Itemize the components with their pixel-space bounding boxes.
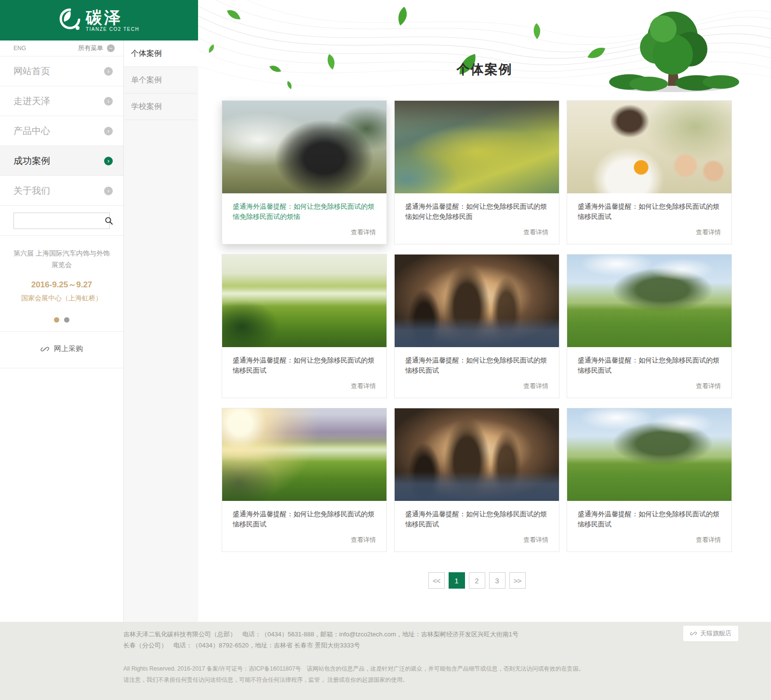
search-button[interactable] — [105, 213, 113, 229]
card-image-boy-in-field — [222, 101, 386, 193]
card-title-link[interactable]: 盛通海外温馨提醒：如何让您免除移民面试的烦恼移民面试 — [578, 355, 721, 376]
submenu-label: 学校案例 — [131, 102, 162, 112]
view-details-link[interactable]: 查看详情 — [578, 228, 721, 237]
pagination: << 1 2 3 >> — [222, 572, 732, 589]
nav-label: 成功案例 — [13, 155, 50, 167]
card-title-link[interactable]: 盛通海外温馨提醒：如何让您免除移民面试的烦恼如何让您免除移民面 — [405, 202, 548, 222]
submenu-item-individual-cases[interactable]: 个体案例 — [124, 40, 198, 67]
event-venue: 国家会展中心（上海虹桥） — [7, 294, 117, 303]
submenu-label: 个体案例 — [131, 49, 162, 59]
pagination-page-2[interactable]: 2 — [469, 572, 485, 589]
chevron-right-icon: › — [104, 157, 113, 165]
tmall-store-label: 天猫旗舰店 — [700, 629, 731, 638]
chevron-right-icon: › — [104, 187, 113, 195]
view-details-link[interactable]: 查看详情 — [405, 536, 548, 544]
card-title-link[interactable]: 盛通海外温馨提醒：如何让您免除移民面试的烦恼移民面试 — [405, 509, 548, 529]
view-details-link[interactable]: 查看详情 — [405, 228, 548, 237]
event-carousel: 第六届 上海国际汽车内饰与外饰 展览会 2016-9.25～9.27 国家会展中… — [0, 236, 123, 332]
submenu-item-school-cases[interactable]: 学校案例 — [124, 94, 198, 120]
brand-tagline: TIANZE CO2 TECH — [86, 27, 139, 32]
nav-label: 产品中心 — [13, 125, 50, 137]
topbar-row: ENG 所有菜单 − — [0, 40, 123, 56]
card-title-link[interactable]: 盛通海外温馨提醒：如何让您免除移民面试的烦恼移民面试 — [233, 509, 376, 529]
view-details-link[interactable]: 查看详情 — [578, 536, 721, 544]
pagination-page-1[interactable]: 1 — [449, 572, 465, 589]
view-details-link[interactable]: 查看详情 — [405, 382, 548, 390]
case-card[interactable]: 盛通海外温馨提醒：如何让您免除移民面试的烦恼移民面试 查看详情 — [394, 408, 559, 552]
view-details-link[interactable]: 查看详情 — [233, 536, 376, 544]
case-card[interactable]: 盛通海外温馨提醒：如何让您免除移民面试的烦恼如何让您免除移民面 查看详情 — [394, 100, 559, 244]
footer-company-info-line1: 吉林天泽二氧化碳科技有限公司（总部） 电话：（0434）5631-888，邮箱：… — [123, 629, 653, 640]
chevron-right-icon: › — [104, 97, 113, 106]
event-title-line2: 展览会 — [7, 259, 117, 270]
search-input[interactable] — [14, 214, 105, 228]
carousel-dot-active[interactable] — [54, 317, 59, 323]
case-card[interactable]: 盛通海外温馨提醒：如何让您免除移民面试的烦恼移民面试 查看详情 — [222, 254, 387, 398]
pagination-next-button[interactable]: >> — [509, 572, 526, 589]
link-chain-icon — [40, 345, 49, 353]
submenu-item-single-cases[interactable]: 单个案例 — [124, 67, 198, 94]
event-date: 2016-9.25～9.27 — [7, 279, 117, 290]
carousel-dot[interactable] — [64, 317, 69, 323]
pagination-page-3[interactable]: 3 — [489, 572, 505, 589]
view-details-link[interactable]: 查看详情 — [233, 228, 376, 237]
footer-legal-line2: 请注意，我们不承担任何责任访问这些信息，可能不符合任何法律程序，监管， 注册或在… — [123, 674, 653, 686]
card-title-link[interactable]: 盛通海外温馨提醒：如何让您免除移民面试的烦恼移民面试 — [578, 509, 721, 529]
case-card[interactable]: 盛通海外温馨提醒：如何让您免除移民面试的烦恼免除移民面试的烦恼 查看详情 — [222, 100, 387, 244]
case-card[interactable]: 盛通海外温馨提醒：如何让您免除移民面试的烦恼移民面试 查看详情 — [222, 408, 387, 552]
leaf-logo-icon — [59, 8, 81, 32]
card-title-link[interactable]: 盛通海外温馨提醒：如何让您免除移民面试的烦恼免除移民面试的烦恼 — [233, 202, 376, 222]
sidebar-item-about-us[interactable]: 关于我们 › — [0, 176, 123, 206]
main-content: 个体案例 盛通海外温馨提醒：如何让您免除移民面试的烦恼免除移民面试的烦恼 查看详… — [198, 0, 771, 622]
collapse-menu-icon[interactable]: − — [107, 44, 115, 52]
banner-decoration — [198, 0, 771, 100]
tmall-store-button[interactable]: 天猫旗舰店 — [683, 626, 738, 641]
card-image-green-hills — [222, 255, 386, 347]
case-card-grid: 盛通海外温馨提醒：如何让您免除移民面试的烦恼免除移民面试的烦恼 查看详情 盛通海… — [222, 100, 732, 552]
card-image-terraced-fields — [395, 101, 559, 193]
online-purchase-label: 网上采购 — [54, 344, 83, 353]
card-image-mountain-lake — [567, 255, 731, 347]
view-details-link[interactable]: 查看详情 — [233, 382, 376, 390]
nav-label: 网站首页 — [13, 65, 50, 78]
sidebar-item-about-tianze[interactable]: 走进天泽 › — [0, 86, 123, 116]
online-purchase-link[interactable]: 网上采购 — [0, 332, 123, 368]
sidebar-item-home[interactable]: 网站首页 › — [0, 56, 123, 86]
sidebar: ENG 所有菜单 − 网站首页 › 走进天泽 › 产品中心 › 成功案例 › 关… — [0, 40, 123, 368]
sidebar-item-products[interactable]: 产品中心 › — [0, 116, 123, 146]
footer-legal-line1: All Rights Reserved. 2016-2017 备案/许可证号：吉… — [123, 663, 653, 674]
card-title-link[interactable]: 盛通海外温馨提醒：如何让您免除移民面试的烦恼移民面试 — [233, 355, 376, 376]
card-image-chess-pieces — [395, 255, 559, 347]
card-image-family-with-juice — [567, 101, 731, 193]
event-title-line1: 第六届 上海国际汽车内饰与外饰 — [7, 247, 117, 259]
search-icon — [105, 216, 113, 225]
lang-switch-link[interactable]: ENG — [13, 45, 26, 52]
card-title-link[interactable]: 盛通海外温馨提醒：如何让您免除移民面试的烦恼移民面试 — [578, 202, 721, 222]
banner: 个体案例 — [198, 0, 771, 100]
card-image-sunrise-hills — [222, 408, 386, 501]
all-menu-label[interactable]: 所有菜单 — [78, 44, 103, 53]
page-title: 个体案例 — [198, 61, 771, 78]
case-card[interactable]: 盛通海外温馨提醒：如何让您免除移民面试的烦恼移民面试 查看详情 — [567, 408, 732, 552]
submenu-column: 个体案例 单个案例 学校案例 — [123, 40, 198, 622]
card-title-link[interactable]: 盛通海外温馨提醒：如何让您免除移民面试的烦恼移民面试 — [405, 355, 548, 376]
link-chain-icon — [690, 630, 697, 637]
footer-company-info-line2: 长春（分公司） 电话：（0434）8792-6520，地址：吉林省 长春市 景阳… — [123, 640, 653, 651]
brand-name: 碳泽 — [86, 9, 139, 26]
pagination-prev-button[interactable]: << — [428, 572, 445, 589]
case-card[interactable]: 盛通海外温馨提醒：如何让您免除移民面试的烦恼移民面试 查看详情 — [567, 100, 732, 244]
footer: 吉林天泽二氧化碳科技有限公司（总部） 电话：（0434）5631-888，邮箱：… — [0, 622, 771, 700]
chevron-right-icon: › — [104, 127, 113, 135]
case-card[interactable]: 盛通海外温馨提醒：如何让您免除移民面试的烦恼移民面试 查看详情 — [394, 254, 559, 398]
chevron-right-icon: › — [104, 67, 113, 76]
sidebar-item-success-cases[interactable]: 成功案例 › — [0, 146, 123, 176]
case-card[interactable]: 盛通海外温馨提醒：如何让您免除移民面试的烦恼移民面试 查看详情 — [567, 254, 732, 398]
search-section — [0, 206, 123, 236]
nav-label: 走进天泽 — [13, 95, 50, 108]
submenu-label: 单个案例 — [131, 75, 162, 85]
card-image-chess-pieces — [395, 408, 559, 501]
logo-header: 碳泽 TIANZE CO2 TECH — [0, 0, 198, 40]
card-image-mountain-lake — [567, 408, 731, 501]
nav-label: 关于我们 — [13, 185, 50, 197]
view-details-link[interactable]: 查看详情 — [578, 382, 721, 390]
